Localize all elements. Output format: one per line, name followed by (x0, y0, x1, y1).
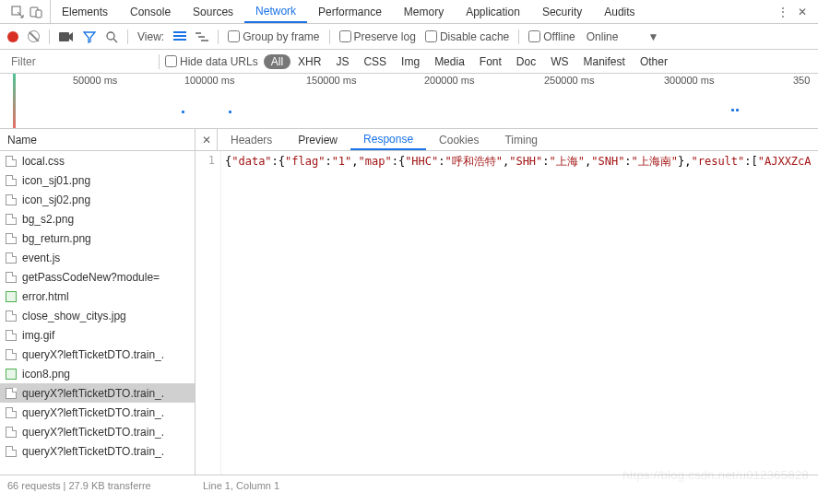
filter-input[interactable] (6, 53, 153, 71)
throttling-select[interactable]: Online (587, 30, 619, 43)
dock-controls (4, 0, 51, 23)
request-row[interactable]: queryX?leftTicketDTO.train_. (0, 345, 195, 364)
svg-rect-2 (36, 10, 41, 18)
file-icon (6, 156, 17, 167)
file-icon (6, 214, 17, 225)
type-filter-ws[interactable]: WS (543, 54, 575, 69)
request-summary: 66 requests | 27.9 KB transferre (7, 480, 196, 491)
request-row[interactable]: queryX?leftTicketDTO.train_. (0, 422, 195, 441)
type-filter-font[interactable]: Font (472, 54, 509, 69)
main-tab-network[interactable]: Network (244, 0, 307, 23)
file-icon (6, 175, 17, 186)
type-filter-all[interactable]: All (264, 54, 290, 69)
filter-toggle-icon[interactable] (83, 30, 96, 43)
timeline-overview[interactable]: 50000 ms100000 ms150000 ms200000 ms25000… (0, 74, 818, 129)
main-tab-sources[interactable]: Sources (182, 0, 244, 23)
request-name: queryX?leftTicketDTO.train_. (22, 387, 164, 400)
close-devtools-icon[interactable]: ✕ (798, 6, 807, 18)
type-filter-doc[interactable]: Doc (509, 54, 543, 69)
request-row[interactable]: close_show_citys.jpg (0, 306, 195, 325)
response-code: {"data":{"flag":"1","map":{"HHC":"呼和浩特",… (221, 151, 818, 475)
type-filter-xhr[interactable]: XHR (290, 54, 328, 69)
request-row[interactable]: local.css (0, 151, 195, 170)
main-tab-security[interactable]: Security (531, 0, 593, 23)
file-icon (6, 427, 17, 438)
waterfall-icon[interactable] (196, 31, 208, 42)
request-row[interactable]: queryX?leftTicketDTO.train_. (0, 383, 195, 403)
file-icon (6, 252, 17, 264)
name-column-header[interactable]: Name (0, 129, 195, 151)
request-name: close_show_citys.jpg (22, 310, 126, 322)
request-name: queryX?leftTicketDTO.train_. (22, 426, 164, 439)
record-button[interactable] (7, 31, 18, 42)
inspect-icon[interactable] (11, 6, 24, 18)
request-row[interactable]: img.gif (0, 325, 195, 345)
request-row[interactable]: bg_return.png (0, 229, 195, 248)
request-name: error.html (22, 290, 69, 303)
detail-tab-headers[interactable]: Headers (218, 129, 285, 150)
type-filter-other[interactable]: Other (633, 54, 675, 69)
file-icon (6, 407, 17, 418)
response-body[interactable]: 1 {"data":{"flag":"1","map":{"HHC":"呼和浩特… (196, 151, 818, 475)
preserve-log-checkbox[interactable]: Preserve log (339, 30, 416, 43)
camera-icon[interactable] (59, 31, 74, 42)
request-row[interactable]: icon_sj01.png (0, 170, 195, 190)
type-filter-manifest[interactable]: Manifest (576, 54, 633, 69)
request-row[interactable]: error.html (0, 287, 195, 306)
dropdown-caret-icon[interactable]: ▼ (647, 30, 658, 43)
search-icon[interactable] (105, 30, 118, 43)
request-row[interactable]: queryX?leftTicketDTO.train_. (0, 441, 195, 461)
request-list[interactable]: local.cssicon_sj01.pngicon_sj02.pngbg_s2… (0, 151, 195, 475)
request-row[interactable]: icon_sj02.png (0, 190, 195, 209)
type-filter-js[interactable]: JS (328, 54, 356, 69)
main-tab-application[interactable]: Application (455, 0, 531, 23)
file-icon (6, 330, 17, 341)
offline-checkbox[interactable]: Offline (528, 30, 575, 43)
detail-tab-timing[interactable]: Timing (492, 129, 551, 150)
svg-rect-11 (201, 40, 208, 41)
filter-bar: Hide data URLs AllXHRJSCSSImgMediaFontDo… (0, 50, 818, 74)
main-tab-elements[interactable]: Elements (51, 0, 119, 23)
svg-rect-7 (173, 35, 186, 37)
main-tab-memory[interactable]: Memory (393, 0, 455, 23)
file-icon (6, 446, 17, 457)
detail-tab-preview[interactable]: Preview (285, 129, 350, 150)
timeline-tick: 50000 ms (73, 75, 117, 86)
kebab-icon[interactable]: ⋮ (777, 6, 788, 18)
device-toggle-icon[interactable] (30, 6, 42, 18)
clear-button[interactable] (28, 30, 40, 42)
timeline-marker (182, 111, 184, 113)
request-row[interactable]: icon8.png (0, 364, 195, 383)
detail-tab-cookies[interactable]: Cookies (426, 129, 492, 150)
request-row[interactable]: getPassCodeNew?module= (0, 267, 195, 287)
disable-cache-checkbox[interactable]: Disable cache (425, 30, 509, 43)
timeline-tick: 150000 ms (306, 75, 356, 86)
image-file-icon (6, 369, 17, 380)
cursor-position: Line 1, Column 1 (196, 480, 279, 491)
request-row[interactable]: event.js (0, 248, 195, 267)
resource-type-filters: AllXHRJSCSSImgMediaFontDocWSManifestOthe… (264, 54, 675, 69)
hide-data-urls-checkbox[interactable]: Hide data URLs (165, 55, 258, 68)
main-tab-console[interactable]: Console (119, 0, 182, 23)
request-name: bg_return.png (22, 232, 91, 245)
large-rows-icon[interactable] (173, 31, 186, 42)
close-details-icon[interactable]: ✕ (196, 129, 218, 150)
view-label: View: (137, 30, 164, 43)
main-tab-performance[interactable]: Performance (307, 0, 393, 23)
type-filter-css[interactable]: CSS (356, 54, 394, 69)
request-name: icon_sj01.png (22, 174, 90, 187)
type-filter-img[interactable]: Img (394, 54, 427, 69)
request-row[interactable]: bg_s2.png (0, 209, 195, 229)
svg-line-5 (113, 39, 117, 42)
svg-rect-6 (173, 31, 186, 33)
type-filter-media[interactable]: Media (427, 54, 472, 69)
status-bar: 66 requests | 27.9 KB transferre Line 1,… (0, 475, 818, 496)
file-icon (6, 388, 17, 399)
request-name: queryX?leftTicketDTO.train_. (22, 445, 164, 458)
group-by-frame-checkbox[interactable]: Group by frame (228, 30, 319, 43)
network-split: Name local.cssicon_sj01.pngicon_sj02.png… (0, 129, 818, 475)
main-tab-audits[interactable]: Audits (593, 0, 646, 23)
request-name: queryX?leftTicketDTO.train_. (22, 406, 164, 419)
request-row[interactable]: queryX?leftTicketDTO.train_. (0, 403, 195, 422)
detail-tab-response[interactable]: Response (350, 129, 426, 150)
